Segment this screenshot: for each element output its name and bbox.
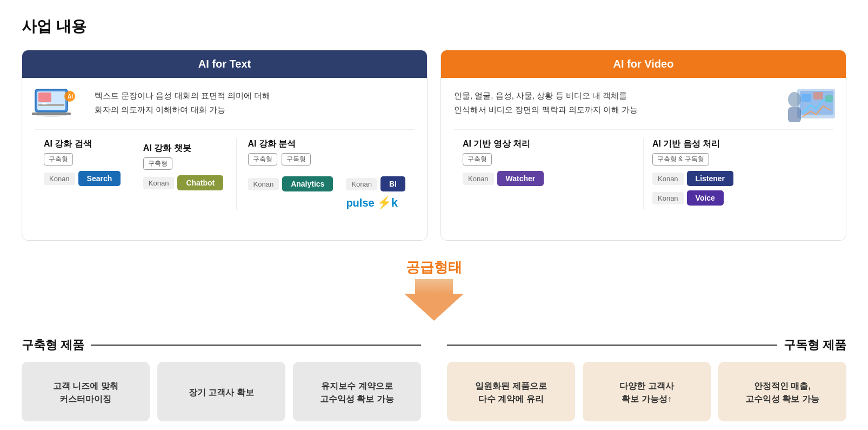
left-line [91, 345, 421, 346]
pulse-k-icon: ⚡k [377, 196, 398, 210]
watcher-button[interactable]: Watcher [497, 171, 544, 186]
svg-rect-13 [802, 94, 811, 102]
video-icon [781, 83, 840, 132]
arrow-section: 공급형태 [22, 258, 846, 321]
listener-button[interactable]: Listener [687, 171, 733, 186]
analytics-columns: Konan Analytics Konan BI pulse [248, 176, 405, 210]
svg-rect-4 [42, 103, 47, 104]
arrow-label: 공급형태 [406, 258, 462, 277]
svg-rect-2 [38, 92, 51, 102]
sub-analytics-badge2: 구독형 [282, 153, 311, 166]
right-section-label: 구독형 제품 [784, 337, 846, 353]
voice-product-row: Konan Voice [652, 190, 824, 206]
ai-text-description: 텍스트 문장이나 음성 대화의 표면적 의미에 더해 화자의 의도까지 이해하여… [95, 89, 360, 116]
ai-text-card: AI for Text AI 텍스트 문장이나 음성 대화의 표면적 의미에 더… [22, 50, 428, 241]
svg-text:AI: AI [68, 94, 73, 100]
watcher-brand: Konan [463, 173, 494, 185]
bottom-section: 구축형 제품 고객 니즈에 맞춰 커스터마이징 장기 고객사 확보 유지보수 계… [22, 337, 846, 421]
sub-listener: AI 기반 음성 처리 구축형 & 구독형 Konan Listener Kon… [643, 138, 833, 210]
ai-text-body: AI 텍스트 문장이나 음성 대화의 표면적 의미에 더해 화자의 의도까지 이… [22, 78, 427, 240]
left-card-2: 장기 고객사 확보 [157, 362, 285, 421]
right-card-2: 다양한 고객사 확보 가능성↑ [583, 362, 711, 421]
laptop-icon: AI [31, 87, 79, 130]
voice-button[interactable]: Voice [687, 190, 724, 206]
left-card-3: 유지보수 계약으로 고수익성 확보 가능 [293, 362, 421, 421]
analytics-col-right: Konan BI pulse ⚡k [346, 176, 405, 210]
left-section-label: 구축형 제품 [22, 337, 84, 353]
right-products: 구독형 제품 일원화된 제품으로 다수 계약에 유리 다양한 고객사 확보 가능… [447, 337, 846, 421]
sub-analytics: AI 강화 분석 구축형 구독형 Konan Analytics [239, 138, 414, 210]
sub-search-badge: 구축형 [44, 153, 73, 166]
right-card-1: 일원화된 제품으로 다수 계약에 유리 [447, 362, 575, 421]
svg-rect-15 [825, 95, 833, 102]
left-card-1: 고객 니즈에 맞춰 커스터마이징 [22, 362, 150, 421]
svg-rect-14 [813, 92, 823, 100]
top-section: AI for Text AI 텍스트 문장이나 음성 대화의 표면적 의미에 더… [22, 50, 846, 241]
sub-chatbot-title: AI 강화 챗봇 [143, 143, 225, 154]
right-line [447, 345, 777, 346]
sub-watcher-badge: 구축형 [463, 153, 492, 166]
chatbot-product-row: Konan Chatbot [143, 175, 225, 190]
svg-point-11 [788, 92, 801, 107]
video-sub-sections: AI 기반 영상 처리 구축형 Konan Watcher AI 기반 음성 처… [454, 129, 833, 210]
search-brand: Konan [44, 173, 75, 185]
listener-product-row: Konan Listener [652, 171, 824, 186]
analytics-col-left: Konan Analytics [248, 176, 333, 210]
arrow-graphic [404, 279, 464, 321]
svg-rect-12 [788, 107, 801, 122]
sub-watcher-title: AI 기반 영상 처리 [463, 138, 635, 150]
pulse-logo: pulse ⚡k [346, 196, 405, 210]
bi-product-row: Konan BI [346, 176, 405, 191]
page-title: 사업 내용 [22, 16, 846, 37]
left-divider: 구축형 제품 [22, 337, 421, 353]
left-products: 구축형 제품 고객 니즈에 맞춰 커스터마이징 장기 고객사 확보 유지보수 계… [22, 337, 421, 421]
search-button[interactable]: Search [78, 171, 121, 186]
ai-text-header: AI for Text [22, 50, 427, 78]
search-product-row: Konan Search [44, 171, 126, 186]
bi-button[interactable]: BI [380, 176, 405, 191]
ai-video-card: AI for Video 인물, 얼굴, 음성, 사물, [440, 50, 846, 241]
ai-video-header: AI for Video [441, 50, 846, 78]
sub-listener-title: AI 기반 음성 처리 [652, 138, 824, 150]
chatbot-brand: Konan [143, 177, 175, 189]
sub-search-title: AI 강화 검색 [44, 138, 126, 150]
watcher-product-row: Konan Watcher [463, 171, 635, 186]
sub-watcher: AI 기반 영상 처리 구축형 Konan Watcher [454, 138, 643, 210]
pulse-text: pulse [346, 197, 374, 209]
analytics-brand: Konan [248, 178, 279, 190]
left-cards-row: 고객 니즈에 맞춰 커스터마이징 장기 고객사 확보 유지보수 계약으로 고수익… [22, 362, 421, 421]
right-cards-row: 일원화된 제품으로 다수 계약에 유리 다양한 고객사 확보 가능성↑ 안정적인… [447, 362, 846, 421]
sub-analytics-title: AI 강화 분석 [248, 138, 405, 150]
chatbot-button[interactable]: Chatbot [177, 175, 223, 190]
right-divider: 구독형 제품 [447, 337, 846, 353]
voice-brand: Konan [652, 192, 684, 204]
sub-analytics-badge1: 구축형 [248, 153, 277, 166]
sub-chatbot: AI 강화 챗봇 구축형 Konan Chatbot [135, 138, 234, 210]
bi-brand: Konan [346, 178, 377, 190]
analytics-button[interactable]: Analytics [282, 176, 333, 191]
text-sub-sections: AI 강화 검색 구축형 Konan Search AI 강화 챗봇 구축형 K… [35, 129, 414, 210]
listener-brand: Konan [652, 173, 684, 185]
ai-video-body: 인물, 얼굴, 음성, 사물, 상황 등 비디오 내 객체를 인식해서 비디오 … [441, 78, 846, 240]
ai-video-description: 인물, 얼굴, 음성, 사물, 상황 등 비디오 내 객체를 인식해서 비디오 … [454, 89, 700, 116]
right-card-3: 안정적인 매출, 고수익성 확보 가능 [718, 362, 846, 421]
sub-search: AI 강화 검색 구축형 Konan Search [35, 138, 135, 210]
analytics-product-row: Konan Analytics [248, 176, 333, 191]
svg-rect-6 [32, 113, 71, 115]
sub-chatbot-badge: 구축형 [143, 157, 172, 170]
sub-listener-badge: 구축형 & 구독형 [652, 153, 709, 166]
